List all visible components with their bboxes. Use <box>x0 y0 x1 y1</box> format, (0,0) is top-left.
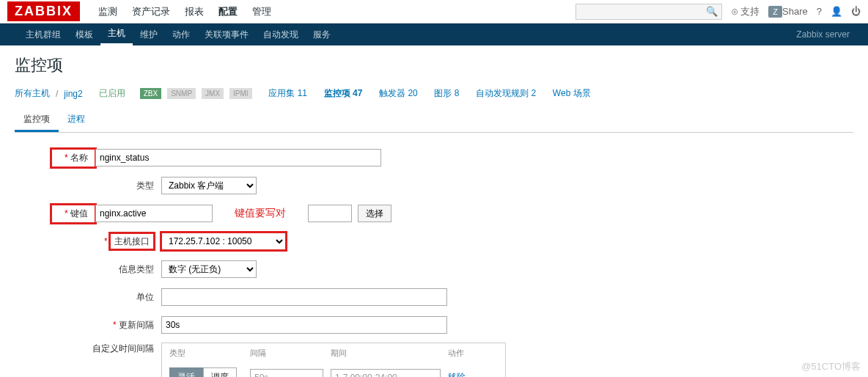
help-icon[interactable]: ? <box>817 6 822 17</box>
server-label: Zabbix server <box>796 29 850 40</box>
remove-interval-link[interactable]: 移除 <box>448 371 466 377</box>
breadcrumb: 所有主机 / jing2 已启用 ZBXSNMPJMXIPMI 应用集 11 监… <box>15 87 853 100</box>
nav-reports[interactable]: 报表 <box>177 0 211 23</box>
search-icon: 🔍 <box>706 6 718 17</box>
page-title: 监控项 <box>15 54 853 76</box>
select-infotype[interactable]: 数字 (无正负) <box>161 260 257 278</box>
nav-inventory[interactable]: 资产记录 <box>125 0 177 23</box>
col-period: 期间 <box>331 348 448 359</box>
label-units: 单位 <box>51 291 161 304</box>
custom-interval-box: 类型 间隔 期间 动作 灵活 调度 移除 添加 <box>161 343 506 377</box>
col-interval: 间隔 <box>250 348 331 359</box>
toggle-scheduling[interactable]: 调度 <box>203 367 237 377</box>
status-enabled: 已启用 <box>99 87 125 100</box>
breadcrumb-host[interactable]: jing2 <box>64 89 82 99</box>
subnav-maintenance[interactable]: 维护 <box>133 23 165 45</box>
input-key[interactable] <box>95 205 213 222</box>
power-icon[interactable]: ⏻ <box>851 6 861 17</box>
link-apps[interactable]: 应用集 11 <box>268 87 307 100</box>
label-name: 名称 <box>51 149 95 167</box>
col-action: 动作 <box>448 348 492 359</box>
link-discovery[interactable]: 自动发现规则 2 <box>476 87 536 100</box>
col-type: 类型 <box>169 348 250 359</box>
select-type[interactable]: Zabbix 客户端 <box>161 177 257 194</box>
link-triggers[interactable]: 触发器 20 <box>379 87 418 100</box>
subnav-hosts[interactable]: 主机 <box>100 23 133 45</box>
select-key-button[interactable]: 选择 <box>358 205 391 222</box>
input-interval-delay[interactable] <box>250 369 323 378</box>
nav-config[interactable]: 配置 <box>211 0 245 23</box>
subnav-actions[interactable]: 动作 <box>165 23 197 45</box>
user-icon[interactable]: 👤 <box>831 6 842 17</box>
label-interface: 主机接口 <box>51 235 161 248</box>
subnav-services[interactable]: 服务 <box>306 23 338 45</box>
input-key-extra[interactable] <box>308 205 352 222</box>
tabs: 监控项 进程 <box>15 109 853 133</box>
subnav-correlation[interactable]: 关联项事件 <box>197 23 256 45</box>
toggle-flexible[interactable]: 灵活 <box>169 367 203 377</box>
badge-ipmi: IPMI <box>229 88 252 99</box>
badge-jmx: JMX <box>202 88 224 99</box>
link-graphs[interactable]: 图形 8 <box>434 87 459 100</box>
logo: ZABBIX <box>7 1 80 21</box>
select-interface[interactable]: 172.25.7.102 : 10050 <box>161 233 286 250</box>
badge-snmp: SNMP <box>167 88 196 99</box>
support-link[interactable]: ⊙ 支持 <box>731 5 760 18</box>
input-update-interval[interactable] <box>161 316 447 334</box>
tab-item[interactable]: 监控项 <box>15 109 59 132</box>
label-infotype: 信息类型 <box>51 263 161 276</box>
badge-zbx: ZBX <box>140 88 161 99</box>
input-interval-period[interactable] <box>331 369 441 378</box>
subnav-hostgroups[interactable]: 主机群组 <box>18 23 68 45</box>
input-units[interactable] <box>161 288 447 306</box>
tab-process[interactable]: 进程 <box>59 109 94 132</box>
watermark: @51CTO博客 <box>801 360 861 373</box>
subnav-templates[interactable]: 模板 <box>68 23 100 45</box>
search-input[interactable]: 🔍 <box>575 4 722 20</box>
nav-admin[interactable]: 管理 <box>245 0 279 23</box>
label-type: 类型 <box>51 180 161 192</box>
top-nav: 监测 资产记录 报表 配置 管理 <box>91 0 279 23</box>
link-items[interactable]: 监控项 47 <box>324 87 363 100</box>
note-key: 键值要写对 <box>235 207 286 220</box>
subnav-discovery[interactable]: 自动发现 <box>256 23 306 45</box>
label-update-interval: 更新间隔 <box>51 319 161 332</box>
link-web[interactable]: Web 场景 <box>553 87 591 100</box>
breadcrumb-allhosts[interactable]: 所有主机 <box>15 87 50 100</box>
label-key: 键值 <box>51 205 95 223</box>
input-name[interactable] <box>95 149 381 166</box>
nav-monitor[interactable]: 监测 <box>91 0 125 23</box>
label-custom-interval: 自定义时间间隔 <box>51 343 161 355</box>
share-button[interactable]: ZShare <box>768 6 807 17</box>
